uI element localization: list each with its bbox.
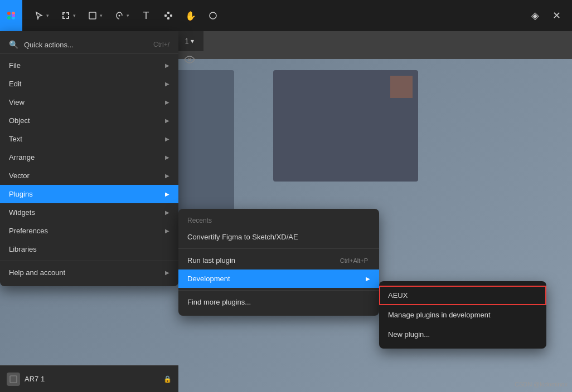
pen-tool[interactable]: ▾ <box>109 7 134 24</box>
page-name: AR7 1 <box>25 375 159 383</box>
submenu-find-more[interactable]: Find more plugins... <box>178 293 379 311</box>
widgets-arrow: ▶ <box>165 209 169 215</box>
svg-rect-18 <box>167 17 169 19</box>
plugins-submenu: Recents Convertify Figma to Sketch/XD/AE… <box>178 209 379 316</box>
text-arrow: ▶ <box>165 136 169 142</box>
menu-item-arrange[interactable]: Arrange ▶ <box>0 148 178 166</box>
comment-tool[interactable] <box>203 7 223 24</box>
toolbar: ▾ ▾ ▾ <box>0 0 572 31</box>
svg-rect-13 <box>89 12 96 19</box>
pen-chevron: ▾ <box>127 13 129 18</box>
frame-icon <box>60 10 71 21</box>
page-chevron: ▾ <box>191 37 194 45</box>
help-arrow: ▶ <box>165 270 169 276</box>
svg-rect-2 <box>7 16 11 19</box>
page-icon <box>7 373 20 386</box>
hand-tool[interactable]: ✋ <box>181 7 201 24</box>
bottom-bar: AR7 1 🔒 <box>0 365 178 392</box>
menu-item-help[interactable]: Help and account ▶ <box>0 263 178 282</box>
svg-rect-12 <box>68 16 69 19</box>
figma-logo-button[interactable] <box>0 0 22 31</box>
menu-item-widgets[interactable]: Widgets ▶ <box>0 203 178 222</box>
shape-chevron: ▾ <box>100 13 103 18</box>
svg-rect-20 <box>10 376 17 383</box>
menu-item-text[interactable]: Text ▶ <box>0 130 178 148</box>
dev-item-manage[interactable]: Manage plugins in development <box>379 305 546 325</box>
select-tool[interactable]: ▾ <box>29 7 54 24</box>
page-number: 1 <box>185 37 189 45</box>
submenu-convertify[interactable]: Convertify Figma to Sketch/XD/AE <box>178 228 379 246</box>
share-button[interactable]: ✕ <box>548 6 565 25</box>
main-menu-icon[interactable]: ◈ <box>527 6 544 25</box>
menu-item-object[interactable]: Object ▶ <box>0 111 178 130</box>
development-arrow: ▶ <box>366 276 370 282</box>
frame-chevron: ▾ <box>73 13 76 18</box>
canvas-card-2 <box>273 70 418 182</box>
quick-actions-shortcut: Ctrl+/ <box>153 41 169 48</box>
text-tool[interactable]: T <box>136 7 156 24</box>
svg-rect-15 <box>167 12 169 14</box>
search-icon: 🔍 <box>9 40 18 49</box>
menu-item-file[interactable]: File ▶ <box>0 56 178 75</box>
svg-point-4 <box>12 14 15 17</box>
edit-arrow: ▶ <box>165 81 169 87</box>
eye-icon[interactable] <box>184 56 195 66</box>
plugins-arrow: ▶ <box>165 191 169 197</box>
shape-tool[interactable]: ▾ <box>83 7 107 24</box>
components-tool[interactable] <box>158 7 178 24</box>
svg-rect-0 <box>7 12 11 15</box>
submenu-run-last[interactable]: Run last plugin Ctrl+Alt+P <box>178 251 379 270</box>
menu-item-plugins[interactable]: Plugins ▶ <box>0 185 178 203</box>
text-icon: T <box>140 10 152 21</box>
pen-icon <box>114 10 125 21</box>
menu-item-preferences[interactable]: Preferences ▶ <box>0 222 178 240</box>
dev-item-aeux[interactable]: AEUX <box>379 286 546 305</box>
menu-divider <box>0 261 178 261</box>
svg-rect-16 <box>164 14 167 17</box>
toolbar-right: ◈ ✕ <box>527 6 565 25</box>
object-arrow: ▶ <box>165 117 169 124</box>
menu-item-libraries[interactable]: Libraries <box>0 240 178 258</box>
svg-rect-9 <box>62 12 64 15</box>
quick-actions-label: Quick actions... <box>24 41 148 49</box>
svg-point-19 <box>210 12 216 19</box>
submenu-divider-2 <box>178 290 379 291</box>
svg-point-14 <box>119 15 120 17</box>
page-indicator[interactable]: 1 ▾ <box>176 31 203 51</box>
dev-submenu: AEUX Manage plugins in development New p… <box>379 281 546 349</box>
select-chevron: ▾ <box>46 13 49 18</box>
recents-label: Recents <box>178 213 379 228</box>
svg-rect-11 <box>62 16 64 19</box>
menu-item-vector[interactable]: Vector ▶ <box>0 166 178 185</box>
menu-item-edit[interactable]: Edit ▶ <box>0 75 178 93</box>
select-icon <box>33 10 45 21</box>
main-menu: 🔍 Quick actions... Ctrl+/ File ▶ Edit ▶ … <box>0 31 178 286</box>
quick-actions-row[interactable]: 🔍 Quick actions... Ctrl+/ <box>0 36 178 54</box>
comment-icon <box>207 10 219 21</box>
shape-icon <box>87 10 98 21</box>
arrange-arrow: ▶ <box>165 154 169 160</box>
preferences-arrow: ▶ <box>165 228 169 234</box>
submenu-divider-1 <box>178 248 379 249</box>
svg-rect-10 <box>68 12 69 15</box>
watermark: CSDN @kidominox <box>515 381 568 388</box>
diamond-icon: ◈ <box>531 9 539 22</box>
lock-icon: 🔒 <box>163 375 172 383</box>
vector-arrow: ▶ <box>165 173 169 179</box>
submenu-development[interactable]: Development ▶ <box>178 270 379 288</box>
components-icon <box>163 10 174 21</box>
file-arrow: ▶ <box>165 62 169 68</box>
svg-rect-17 <box>170 14 172 17</box>
frame-tool[interactable]: ▾ <box>56 7 80 24</box>
dev-item-new-plugin[interactable]: New plugin... <box>379 325 546 344</box>
menu-item-view[interactable]: View ▶ <box>0 93 178 111</box>
hand-icon: ✋ <box>185 10 196 21</box>
view-arrow: ▶ <box>165 99 169 105</box>
run-last-shortcut: Ctrl+Alt+P <box>340 257 368 264</box>
